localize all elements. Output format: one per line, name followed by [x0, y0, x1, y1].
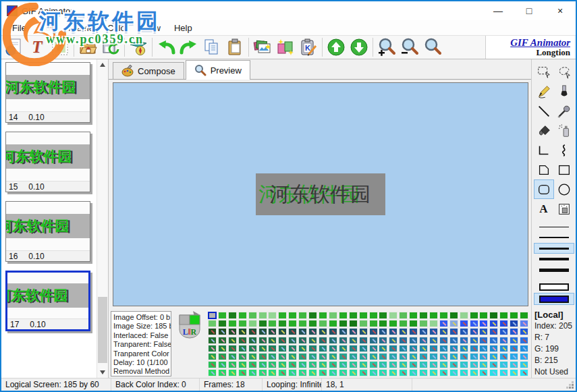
- palette-swatch[interactable]: [238, 312, 247, 319]
- palette-swatch[interactable]: [228, 328, 237, 335]
- palette-swatch[interactable]: [258, 353, 267, 360]
- palette-swatch[interactable]: [349, 369, 358, 376]
- palette-swatch[interactable]: [278, 320, 287, 327]
- palette-swatch[interactable]: [470, 353, 478, 360]
- palette-swatch[interactable]: [359, 337, 368, 344]
- palette-swatch[interactable]: [298, 345, 307, 352]
- tool-text[interactable]: A: [534, 199, 554, 219]
- paste-button[interactable]: [223, 36, 246, 58]
- palette-swatch[interactable]: [419, 312, 428, 319]
- palette-swatch[interactable]: [308, 361, 317, 368]
- palette-swatch[interactable]: [329, 328, 337, 335]
- palette-swatch[interactable]: [329, 361, 337, 368]
- palette-swatch[interactable]: [419, 353, 428, 360]
- palette-swatch[interactable]: [258, 312, 267, 319]
- palette-swatch[interactable]: [470, 337, 478, 344]
- palette-swatch[interactable]: [349, 312, 358, 319]
- palette-swatch[interactable]: [489, 369, 498, 376]
- line-width-1[interactable]: [534, 221, 574, 232]
- palette-swatch[interactable]: [339, 312, 348, 319]
- palette-swatch[interactable]: [238, 361, 247, 368]
- palette-swatch[interactable]: [399, 320, 408, 327]
- gallery-button[interactable]: [251, 36, 274, 58]
- palette-swatch[interactable]: [510, 337, 518, 344]
- palette-swatch[interactable]: [218, 320, 227, 327]
- line-width-3[interactable]: [534, 243, 574, 254]
- palette-swatch[interactable]: [248, 328, 257, 335]
- palette-swatch[interactable]: [510, 320, 518, 327]
- palette-swatch[interactable]: [278, 337, 287, 344]
- palette-swatch[interactable]: [429, 320, 438, 327]
- palette-swatch[interactable]: [379, 328, 387, 335]
- palette-swatch[interactable]: [349, 320, 358, 327]
- palette-swatch[interactable]: [409, 320, 418, 327]
- palette-swatch[interactable]: [479, 345, 488, 352]
- palette-swatch[interactable]: [379, 353, 387, 360]
- line-width-4[interactable]: [534, 254, 574, 264]
- palette-swatch[interactable]: [379, 369, 387, 376]
- palette-swatch[interactable]: [470, 328, 478, 335]
- palette-swatch[interactable]: [359, 328, 368, 335]
- palette-swatch[interactable]: [409, 369, 418, 376]
- line-width-5[interactable]: [534, 264, 574, 275]
- palette-swatch[interactable]: [248, 320, 257, 327]
- palette-swatch[interactable]: [258, 361, 267, 368]
- palette-swatch[interactable]: [349, 328, 358, 335]
- palette-swatch[interactable]: [278, 345, 287, 352]
- palette-swatch[interactable]: [460, 328, 468, 335]
- menu-item-color[interactable]: Color: [101, 22, 135, 34]
- palette-swatch[interactable]: [520, 361, 528, 368]
- palette-swatch[interactable]: [248, 353, 257, 360]
- palette-swatch[interactable]: [218, 337, 227, 344]
- palette-swatch[interactable]: [489, 328, 498, 335]
- palette-swatch[interactable]: [499, 328, 508, 335]
- move-up-button[interactable]: [325, 36, 348, 58]
- palette-swatch[interactable]: [258, 345, 267, 352]
- palette-swatch[interactable]: [409, 361, 418, 368]
- palette-swatch[interactable]: [369, 345, 378, 352]
- palette-swatch[interactable]: [409, 337, 418, 344]
- palette-swatch[interactable]: [288, 345, 297, 352]
- palette-swatch[interactable]: [349, 337, 358, 344]
- palette-swatch[interactable]: [298, 328, 307, 335]
- palette-swatch[interactable]: [429, 337, 438, 344]
- minimize-button[interactable]: —: [483, 1, 514, 20]
- palette-swatch[interactable]: [489, 320, 498, 327]
- undo-button[interactable]: [155, 36, 177, 58]
- palette-swatch[interactable]: [460, 337, 468, 344]
- palette-swatch[interactable]: [449, 361, 458, 368]
- palette-swatch[interactable]: [248, 361, 257, 368]
- palette-swatch[interactable]: [439, 312, 448, 319]
- palette-swatch[interactable]: [288, 353, 297, 360]
- palette-swatch[interactable]: [510, 361, 518, 368]
- tool-image[interactable]: [554, 199, 574, 219]
- palette-swatch[interactable]: [399, 337, 408, 344]
- palette-swatch[interactable]: [460, 320, 468, 327]
- palette-swatch[interactable]: [218, 369, 227, 376]
- palette-swatch[interactable]: [510, 353, 518, 360]
- palette-swatch[interactable]: [248, 345, 257, 352]
- palette-swatch[interactable]: [510, 369, 518, 376]
- palette-swatch[interactable]: [308, 328, 317, 335]
- palette-swatch[interactable]: [499, 345, 508, 352]
- palette-swatch[interactable]: [308, 320, 317, 327]
- palette-swatch[interactable]: [399, 345, 408, 352]
- palette-swatch[interactable]: [449, 345, 458, 352]
- tool-ellipse[interactable]: [554, 179, 574, 199]
- palette-swatch[interactable]: [248, 337, 257, 344]
- palette-swatch[interactable]: [479, 320, 488, 327]
- palette-swatch[interactable]: [228, 312, 237, 319]
- palette-swatch[interactable]: [489, 361, 498, 368]
- tool-polyline[interactable]: [534, 140, 554, 160]
- palette-swatch[interactable]: [268, 337, 277, 344]
- palette-swatch[interactable]: [379, 337, 387, 344]
- palette-swatch[interactable]: [369, 369, 378, 376]
- palette-swatch[interactable]: [369, 337, 378, 344]
- palette-swatch[interactable]: [238, 345, 247, 352]
- tool-pen[interactable]: [534, 82, 554, 101]
- palette-swatch[interactable]: [479, 337, 488, 344]
- palette-swatch[interactable]: [288, 320, 297, 327]
- palette-swatch[interactable]: [218, 345, 227, 352]
- palette-swatch[interactable]: [409, 328, 418, 335]
- palette-swatch[interactable]: [460, 369, 468, 376]
